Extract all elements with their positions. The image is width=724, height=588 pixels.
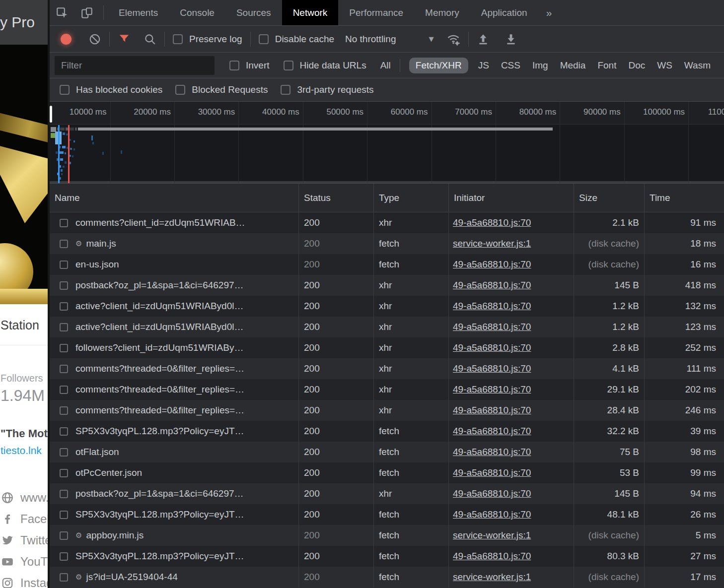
preserve-log-checkbox[interactable] bbox=[173, 34, 183, 44]
row-checkbox[interactable] bbox=[60, 281, 68, 290]
initiator-link[interactable]: 49-a5a68810.js:70 bbox=[453, 259, 531, 270]
social-link-www[interactable]: www. bbox=[0, 487, 50, 508]
social-link-faceb[interactable]: Faceb bbox=[0, 508, 50, 529]
request-name-cell[interactable]: SP5X3v3tyqPL.128.mp3?Policy=eyJT… bbox=[50, 546, 298, 567]
row-checkbox[interactable] bbox=[60, 323, 68, 331]
filter-type-fetch-xhr[interactable]: Fetch/XHR bbox=[409, 58, 468, 73]
column-header-initiator[interactable]: Initiator bbox=[448, 184, 574, 212]
table-row[interactable]: SP5X3v3tyqPL.128.mp3?Policy=eyJT…200fetc… bbox=[50, 504, 724, 525]
table-row[interactable]: active?client_id=zdUqm51WRIAByd0l…200xhr… bbox=[50, 296, 724, 317]
row-checkbox[interactable] bbox=[60, 552, 68, 561]
disable-cache-checkbox[interactable] bbox=[259, 34, 269, 44]
table-row[interactable]: comments?threaded=0&filter_replies=…200x… bbox=[50, 400, 724, 421]
filter-type-ws[interactable]: WS bbox=[657, 58, 672, 73]
initiator-link[interactable]: 49-a5a68810.js:70 bbox=[453, 384, 531, 395]
column-header-size[interactable]: Size bbox=[574, 184, 644, 212]
row-checkbox[interactable] bbox=[60, 240, 68, 248]
column-header-status[interactable]: Status bbox=[298, 184, 373, 212]
filter-type-img[interactable]: Img bbox=[532, 58, 548, 73]
initiator-link[interactable]: service-worker.js:1 bbox=[453, 530, 531, 541]
row-checkbox[interactable] bbox=[60, 490, 68, 498]
search-button[interactable] bbox=[144, 33, 156, 46]
table-row[interactable]: SP5X3v3tyqPL.128.mp3?Policy=eyJT…200fetc… bbox=[50, 546, 724, 567]
request-name-cell[interactable]: ⚙appboy.min.js bbox=[50, 525, 298, 546]
row-checkbox[interactable] bbox=[60, 344, 68, 352]
row-checkbox[interactable] bbox=[60, 219, 68, 227]
table-row[interactable]: otFlat.json200fetch49-a5a68810.js:7075 B… bbox=[50, 442, 724, 462]
throttling-select[interactable]: No throttling bbox=[345, 34, 396, 45]
initiator-link[interactable]: 49-a5a68810.js:70 bbox=[453, 301, 531, 312]
table-row[interactable]: postback?oz_pl=1&spa=1&ci=646297…200xhr4… bbox=[50, 483, 724, 504]
tab-memory[interactable]: Memory bbox=[414, 0, 470, 25]
request-name-cell[interactable]: comments?threaded=0&filter_replies=… bbox=[50, 358, 298, 379]
tab-console[interactable]: Console bbox=[169, 0, 225, 25]
filter-type-font[interactable]: Font bbox=[597, 58, 616, 73]
table-row[interactable]: comments?client_id=zdUqm51WRIAB…200xhr49… bbox=[50, 212, 724, 233]
export-har-button[interactable] bbox=[505, 33, 517, 46]
filter-toggle-button[interactable] bbox=[118, 33, 131, 46]
initiator-link[interactable]: 49-a5a68810.js:70 bbox=[453, 426, 531, 437]
table-row[interactable]: comments?threaded=0&filter_replies=…200x… bbox=[50, 358, 724, 379]
request-name-cell[interactable]: active?client_id=zdUqm51WRIAByd0l… bbox=[50, 296, 298, 317]
table-row[interactable]: ⚙appboy.min.js200fetchservice-worker.js:… bbox=[50, 525, 724, 546]
initiator-link[interactable]: service-worker.js:1 bbox=[453, 238, 531, 249]
initiator-link[interactable]: 49-a5a68810.js:70 bbox=[453, 217, 531, 228]
row-checkbox[interactable] bbox=[60, 406, 68, 415]
request-name-cell[interactable]: comments?threaded=0&filter_replies=… bbox=[50, 379, 298, 400]
request-name-cell[interactable]: followers?client_id=zdUqm51WRIABy… bbox=[50, 337, 298, 358]
table-row[interactable]: active?client_id=zdUqm51WRIAByd0l…200xhr… bbox=[50, 317, 724, 337]
request-name-cell[interactable]: postback?oz_pl=1&spa=1&ci=646297… bbox=[50, 275, 298, 296]
request-name-cell[interactable]: ⚙main.js bbox=[50, 233, 298, 254]
initiator-link[interactable]: 49-a5a68810.js:70 bbox=[453, 488, 531, 499]
request-name-cell[interactable]: comments?threaded=0&filter_replies=… bbox=[50, 400, 298, 421]
clear-button[interactable] bbox=[88, 33, 101, 46]
request-name-cell[interactable]: SP5X3v3tyqPL.128.mp3?Policy=eyJT… bbox=[50, 421, 298, 442]
column-header-type[interactable]: Type bbox=[373, 184, 448, 212]
filter-type-wasm[interactable]: Wasm bbox=[684, 58, 711, 73]
social-link-instag[interactable]: Instag bbox=[0, 572, 50, 588]
network-conditions-button[interactable] bbox=[446, 32, 460, 46]
row-checkbox[interactable] bbox=[60, 365, 68, 373]
request-name-cell[interactable]: otFlat.json bbox=[50, 442, 298, 462]
device-toolbar-button[interactable] bbox=[74, 0, 99, 25]
initiator-link[interactable]: 49-a5a68810.js:70 bbox=[453, 551, 531, 562]
row-checkbox[interactable] bbox=[60, 261, 68, 269]
station-button[interactable]: Station bbox=[0, 318, 39, 332]
column-header-name[interactable]: Name bbox=[50, 184, 298, 212]
3rd-party-requests-checkbox[interactable] bbox=[281, 85, 290, 95]
table-row[interactable]: postback?oz_pl=1&spa=1&ci=646297…200xhr4… bbox=[50, 275, 724, 296]
filter-type-js[interactable]: JS bbox=[478, 58, 489, 73]
table-row[interactable]: ⚙main.js200fetchservice-worker.js:1(disk… bbox=[50, 233, 724, 254]
social-link-youtu[interactable]: YouTu bbox=[0, 551, 50, 572]
profile-link[interactable]: tiesto.lnk bbox=[0, 445, 42, 457]
filter-type-media[interactable]: Media bbox=[560, 58, 586, 73]
table-row[interactable]: comments?threaded=0&filter_replies=…200x… bbox=[50, 379, 724, 400]
request-name-cell[interactable]: postback?oz_pl=1&spa=1&ci=646297… bbox=[50, 483, 298, 504]
tab-performance[interactable]: Performance bbox=[338, 0, 414, 25]
filter-type-doc[interactable]: Doc bbox=[628, 58, 645, 73]
row-checkbox[interactable] bbox=[60, 427, 68, 436]
invert-checkbox[interactable] bbox=[229, 61, 239, 70]
row-checkbox[interactable] bbox=[60, 531, 68, 540]
initiator-link[interactable]: 49-a5a68810.js:70 bbox=[453, 447, 531, 457]
row-checkbox[interactable] bbox=[60, 573, 68, 582]
table-row[interactable]: en-us.json200fetch49-a5a68810.js:70(disk… bbox=[50, 254, 724, 275]
row-checkbox[interactable] bbox=[60, 469, 68, 477]
filter-input[interactable] bbox=[55, 56, 215, 75]
inspect-element-button[interactable] bbox=[50, 0, 74, 25]
tab-application[interactable]: Application bbox=[470, 0, 538, 25]
initiator-link[interactable]: 49-a5a68810.js:70 bbox=[453, 363, 531, 374]
initiator-link[interactable]: 49-a5a68810.js:70 bbox=[453, 509, 531, 520]
timeline-overview[interactable]: 10000 ms20000 ms30000 ms40000 ms50000 ms… bbox=[50, 102, 724, 184]
request-name-cell[interactable]: en-us.json bbox=[50, 254, 298, 275]
table-row[interactable]: ⚙js?id=UA-2519404-44200fetchservice-work… bbox=[50, 567, 724, 588]
column-header-time[interactable]: Time bbox=[644, 184, 724, 212]
social-link-twitte[interactable]: Twitte bbox=[0, 529, 50, 551]
initiator-link[interactable]: 49-a5a68810.js:70 bbox=[453, 467, 531, 478]
initiator-link[interactable]: 49-a5a68810.js:70 bbox=[453, 405, 531, 416]
hide-data-urls-checkbox[interactable] bbox=[284, 61, 293, 70]
request-name-cell[interactable]: SP5X3v3tyqPL.128.mp3?Policy=eyJT… bbox=[50, 504, 298, 525]
row-checkbox[interactable] bbox=[60, 302, 68, 311]
tab-elements[interactable]: Elements bbox=[108, 0, 169, 25]
row-checkbox[interactable] bbox=[60, 448, 68, 457]
